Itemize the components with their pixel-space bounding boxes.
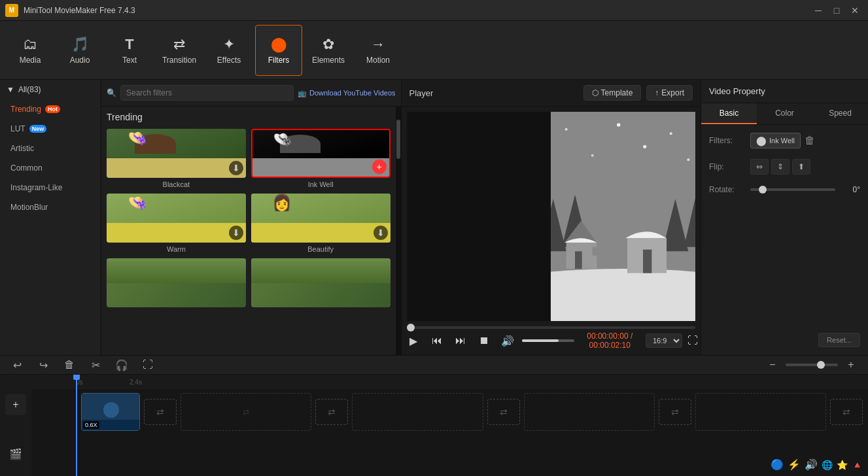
toolbar-transition[interactable]: ⇄ Transition <box>156 25 203 76</box>
play-button[interactable]: ▶ <box>404 332 423 350</box>
toolbar-filters[interactable]: ⬤ Filters <box>255 25 302 76</box>
inkwell-add-icon[interactable]: + <box>372 160 387 174</box>
close-button[interactable]: ✕ <box>847 3 863 18</box>
beautify-download-icon[interactable]: ⬇ <box>373 226 388 240</box>
tray-icon-1[interactable]: 🔵 <box>771 458 784 471</box>
stop-button[interactable]: ⏹ <box>475 332 493 350</box>
playhead[interactable] <box>76 375 77 476</box>
next-frame-button[interactable]: ⏭ <box>451 332 470 350</box>
timeline-body: + 🎬 ♪ 0s 2.4s <box>0 375 868 476</box>
tray-icon-2[interactable]: ⚡ <box>788 458 801 471</box>
search-input[interactable] <box>120 85 294 101</box>
property-tabs: Basic Color Speed <box>701 103 868 125</box>
tab-speed[interactable]: Speed <box>812 103 868 124</box>
add-icon: + <box>12 399 18 411</box>
delete-clip-button[interactable]: 🗑 <box>60 356 78 374</box>
cut-button[interactable]: ✂ <box>86 356 105 374</box>
blackcat-download-icon[interactable]: ⬇ <box>229 161 243 175</box>
filter-item-partial2[interactable] <box>251 258 391 310</box>
toolbar-motion-label: Motion <box>366 56 390 65</box>
tray-icon-6[interactable]: 🔺 <box>852 460 863 470</box>
flip-vertical-button[interactable]: ⇕ <box>771 159 790 175</box>
filter-inner: Trending 👒 ⬇ <box>101 107 396 355</box>
sidebar-item-common-label: Common <box>10 163 43 173</box>
tray-icon-4[interactable]: 🌐 <box>822 460 833 470</box>
svg-point-14 <box>565 128 568 131</box>
zoom-out-button[interactable]: − <box>763 356 782 374</box>
transition-3[interactable]: ⇄ <box>487 399 520 425</box>
volume-button[interactable]: 🔊 <box>498 332 517 350</box>
zoom-slider[interactable] <box>786 364 838 366</box>
player-title: Player <box>409 88 434 98</box>
transition-4[interactable]: ⇄ <box>659 399 691 425</box>
toolbar-text[interactable]: T Text <box>106 25 153 76</box>
toolbar-media[interactable]: 🗂 Media <box>7 25 54 76</box>
transition-1[interactable]: ⇄ <box>144 399 177 425</box>
total-time: 00:00:02:10 <box>589 341 631 350</box>
filter-scrollbar[interactable] <box>396 107 401 355</box>
sidebar-item-trending[interactable]: Trending Hot <box>0 99 101 119</box>
download-youtube-label: Download YouTube Videos <box>309 89 396 97</box>
headphone-button[interactable]: 🎧 <box>113 356 131 374</box>
reset-button[interactable]: Reset... <box>818 333 860 347</box>
transition-5[interactable]: ⇄ <box>830 399 863 425</box>
sidebar-item-lut-label: LUT <box>10 124 26 133</box>
toolbar-elements[interactable]: ✿ Elements <box>305 25 352 76</box>
sidebar-item-motionblur[interactable]: MotionBlur <box>0 197 101 217</box>
tab-color[interactable]: Color <box>757 103 812 124</box>
export-button[interactable]: ↑ Export <box>646 85 693 101</box>
filter-item-partial1[interactable] <box>107 258 246 310</box>
current-time: 00:00:00:00 <box>587 332 628 341</box>
undo-button[interactable]: ↩ <box>8 356 26 374</box>
timeline: ↩ ↪ 🗑 ✂ 🎧 ⛶ − + + 🎬 ♪ 0s 2.4s <box>0 355 868 476</box>
aspect-ratio-select[interactable]: 16:9 9:16 1:1 4:3 <box>646 333 682 348</box>
filter-item-blackcat[interactable]: 👒 ⬇ Blackcat <box>107 129 246 188</box>
add-track-button[interactable]: + <box>5 394 26 415</box>
rotate-slider[interactable] <box>750 188 835 191</box>
tray-icon-5[interactable]: ⭐ <box>837 460 848 470</box>
sidebar-item-instagram[interactable]: Instagram-Like <box>0 178 101 197</box>
progress-bar[interactable] <box>407 326 696 329</box>
maximize-button[interactable]: □ <box>829 3 844 18</box>
template-button[interactable]: ⬡ Template <box>583 85 642 101</box>
zoom-in-button[interactable]: + <box>842 356 860 374</box>
transition-2[interactable]: ⇄ <box>315 399 348 425</box>
active-filter-name: Ink Well <box>769 137 795 144</box>
sidebar-item-lut[interactable]: LUT New <box>0 119 101 139</box>
progress-handle[interactable] <box>407 324 415 332</box>
filter-thumb-partial1 <box>107 258 246 307</box>
filter-item-inkwell[interactable]: 👒 + Ink Well <box>251 129 391 188</box>
redo-button[interactable]: ↪ <box>34 356 52 374</box>
toolbar-motion[interactable]: → Motion <box>355 25 402 76</box>
svg-point-19 <box>643 145 646 148</box>
zoom-handle[interactable] <box>817 361 825 369</box>
toolbar-audio[interactable]: 🎵 Audio <box>56 25 103 76</box>
warm-download-icon[interactable]: ⬇ <box>229 226 243 240</box>
filter-scrollbar-thumb[interactable] <box>396 120 400 159</box>
volume-slider[interactable] <box>522 339 574 342</box>
download-youtube-button[interactable]: 📺 Download YouTube Videos <box>298 89 396 97</box>
crop-button[interactable]: ⛶ <box>139 356 157 374</box>
window-controls: ─ □ ✕ <box>810 3 863 18</box>
rotate-label: Rotate: <box>709 185 745 194</box>
fullscreen-button[interactable]: ⛶ <box>687 335 698 347</box>
toolbar-effects[interactable]: ✦ Effects <box>205 25 252 76</box>
flip-horizontal-button[interactable]: ⇔ <box>750 159 769 175</box>
delete-filter-button[interactable]: 🗑 <box>805 135 815 146</box>
filter-name-warm: Warm <box>107 245 246 253</box>
sidebar-item-common[interactable]: Common <box>0 158 101 178</box>
prev-frame-button[interactable]: ⏮ <box>428 332 446 350</box>
filter-item-warm[interactable]: 👒 ⬇ Warm <box>107 194 246 253</box>
tab-basic[interactable]: Basic <box>701 103 757 124</box>
sidebar-item-artistic[interactable]: Artistic <box>0 139 101 158</box>
video-clip-1[interactable]: 0.6X <box>81 393 140 431</box>
flip-extra-button[interactable]: ⬆ <box>792 159 810 175</box>
tray-icon-3[interactable]: 🔊 <box>805 458 818 471</box>
left-panel-header[interactable]: ▼ All(83) <box>0 80 101 99</box>
effects-icon: ✦ <box>223 36 235 53</box>
minimize-button[interactable]: ─ <box>810 3 826 18</box>
toolbar-filters-label: Filters <box>268 56 290 65</box>
filter-item-beautify[interactable]: 👩 ⬇ Beautify <box>251 194 391 253</box>
timeline-tracks-area: 0s 2.4s 0.6X <box>31 375 868 476</box>
rotate-handle[interactable] <box>759 186 767 194</box>
